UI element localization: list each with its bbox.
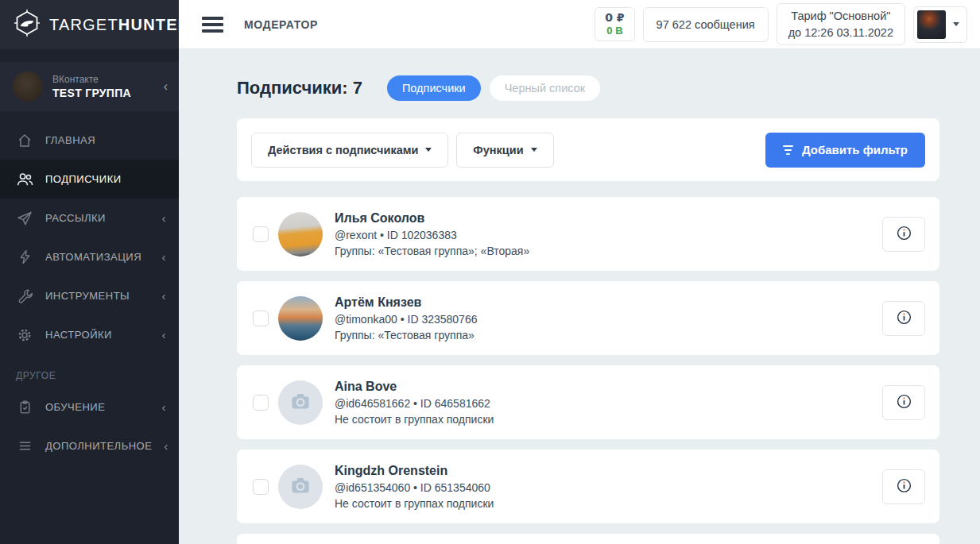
subscriber-avatar[interactable] bbox=[278, 380, 323, 425]
sidebar-item-tools[interactable]: ИНСТРУМЕНТЫ ‹ bbox=[0, 276, 179, 315]
chevron-left-icon: ‹ bbox=[162, 329, 167, 341]
tab-blacklist[interactable]: Черный список bbox=[490, 75, 600, 101]
users-icon bbox=[16, 171, 33, 188]
sidebar-item-label: ОБУЧЕНИЕ bbox=[45, 401, 105, 413]
messages-counter: 97 622 сообщения bbox=[643, 7, 769, 42]
header-page-title: МОДЕРАТОР bbox=[244, 18, 318, 31]
info-icon bbox=[895, 476, 913, 497]
tariff-name: Тариф "Основной" bbox=[788, 8, 893, 24]
sidebar-item-mailings[interactable]: РАССЫЛКИ ‹ bbox=[0, 199, 179, 237]
subscriber-actions-dropdown[interactable]: Действия с подписчиками bbox=[251, 133, 448, 168]
sidebar-menu-other: ОБУЧЕНИЕ ‹ ДОПОЛНИТЕЛЬНОЕ ‹ bbox=[0, 388, 179, 465]
subscriber-groups: Не состоит в группах подписки bbox=[335, 413, 494, 426]
row-checkbox[interactable] bbox=[253, 311, 269, 326]
chevron-left-icon: ‹ bbox=[162, 401, 167, 413]
row-checkbox[interactable] bbox=[253, 479, 269, 495]
subscriber-info-button[interactable] bbox=[882, 385, 925, 420]
user-menu-dropdown[interactable] bbox=[913, 6, 967, 43]
page-title: Подписчики: 7 bbox=[237, 78, 362, 98]
tariff-box: Тариф "Основной" до 12:26 03.11.2022 bbox=[777, 3, 905, 45]
subscribers-page: Подписчики: 7 Подписчики Черный список Д… bbox=[179, 49, 980, 544]
sidebar-item-label: ГЛАВНАЯ bbox=[45, 134, 95, 146]
group-avatar bbox=[13, 71, 43, 102]
list-icon bbox=[16, 438, 33, 455]
brand-name: TARGETHUNTER bbox=[49, 16, 190, 34]
sidebar-item-additional[interactable]: ДОПОЛНИТЕЛЬНОЕ ‹ bbox=[0, 426, 179, 465]
balance-box: 0 ₽ 0 В bbox=[595, 7, 634, 42]
subscriber-handle: @timonka00 • ID 323580766 bbox=[335, 313, 477, 326]
group-network-label: ВКонтакте bbox=[52, 74, 131, 85]
tab-subscribers[interactable]: Подписчики bbox=[387, 75, 481, 101]
group-name-label: TEST ГРУППА bbox=[52, 87, 131, 99]
subscriber-avatar[interactable] bbox=[278, 465, 323, 509]
subscriber-name[interactable]: Артём Князев bbox=[335, 295, 477, 310]
subscriber-handle: @id651354060 • ID 651354060 bbox=[335, 481, 494, 494]
chevron-left-icon: ‹ bbox=[162, 251, 167, 263]
sidebar-item-label: РАССЫЛКИ bbox=[45, 212, 106, 224]
subscriber-row: Aina Bove @id646581662 • ID 646581662 Не… bbox=[237, 365, 939, 439]
filter-icon bbox=[783, 145, 793, 155]
sidebar-item-subscribers[interactable]: ПОДПИСЧИКИ bbox=[0, 160, 179, 199]
menu-toggle-icon[interactable] bbox=[202, 17, 223, 33]
functions-dropdown[interactable]: Функции bbox=[456, 133, 553, 168]
subscriber-groups: Не состоит в группах подписки bbox=[335, 497, 494, 510]
chevron-left-icon: ‹ bbox=[164, 440, 168, 452]
subscriber-handle: @rexont • ID 102036383 bbox=[335, 229, 529, 241]
info-icon bbox=[895, 392, 913, 413]
sidebar: TARGETHUNTER ВКонтакте TEST ГРУППА ‹ ГЛА… bbox=[0, 0, 179, 544]
sidebar-item-education[interactable]: ОБУЧЕНИЕ ‹ bbox=[0, 388, 179, 426]
sidebar-item-settings[interactable]: НАСТРОЙКИ ‹ bbox=[0, 315, 179, 354]
subscriber-avatar[interactable] bbox=[278, 296, 323, 341]
sidebar-item-main[interactable]: ГЛАВНАЯ bbox=[0, 121, 179, 160]
chevron-down-icon bbox=[953, 22, 959, 26]
sidebar-item-label: НАСТРОЙКИ bbox=[45, 329, 112, 341]
subscriber-avatar[interactable] bbox=[278, 212, 323, 257]
sidebar-item-label: ИНСТРУМЕНТЫ bbox=[45, 290, 130, 302]
subscriber-info-button[interactable] bbox=[882, 469, 925, 504]
subscriber-row bbox=[237, 534, 939, 544]
sidebar-item-label: АВТОМАТИЗАЦИЯ bbox=[45, 251, 141, 263]
balance-rub: 0 ₽ bbox=[605, 11, 624, 25]
app-window: TARGETHUNTER ВКонтакте TEST ГРУППА ‹ ГЛА… bbox=[0, 0, 980, 544]
list-tabs: Подписчики Черный список bbox=[387, 75, 600, 101]
subscriber-name[interactable]: Kingdzh Orenstein bbox=[335, 464, 494, 478]
lightning-icon bbox=[16, 249, 33, 266]
wrench-icon bbox=[16, 287, 33, 305]
top-header: МОДЕРАТОР 0 ₽ 0 В 97 622 сообщения Тариф… bbox=[179, 0, 980, 49]
chevron-left-icon: ‹ bbox=[164, 80, 168, 93]
user-avatar bbox=[917, 10, 946, 39]
subscriber-row: Илья Соколов @rexont • ID 102036383 Груп… bbox=[237, 197, 939, 271]
subscriber-handle: @id646581662 • ID 646581662 bbox=[335, 397, 494, 410]
sidebar-menu: ГЛАВНАЯ ПОДПИСЧИКИ bbox=[0, 121, 179, 354]
sidebar-section-other: ДРУГОЕ bbox=[16, 370, 179, 381]
subscriber-name[interactable]: Илья Соколов bbox=[335, 211, 529, 226]
chevron-down-icon bbox=[531, 148, 537, 152]
subscriber-info-button[interactable] bbox=[882, 301, 925, 336]
subscriber-info-button[interactable] bbox=[882, 217, 925, 252]
subscriber-groups: Группы: «Тестовая группа»; «Вторая» bbox=[335, 245, 529, 257]
subscriber-row: Kingdzh Orenstein @id651354060 • ID 6513… bbox=[237, 449, 939, 523]
info-icon bbox=[895, 308, 913, 329]
gear-icon bbox=[16, 326, 33, 344]
subscriber-groups: Группы: «Тестовая группа» bbox=[335, 329, 477, 341]
add-filter-button[interactable]: Добавить фильтр bbox=[765, 133, 925, 168]
sidebar-item-label: ДОПОЛНИТЕЛЬНОЕ bbox=[45, 440, 152, 452]
chevron-left-icon: ‹ bbox=[162, 290, 167, 302]
balance-bonus: 0 В bbox=[605, 25, 624, 37]
subscriber-name[interactable]: Aina Bove bbox=[335, 380, 494, 394]
send-icon bbox=[16, 210, 33, 227]
clipboard-icon bbox=[16, 399, 33, 416]
info-icon bbox=[895, 224, 913, 245]
toolbar-card: Действия с подписчиками Функции Добавить… bbox=[237, 118, 939, 181]
tariff-expiry: до 12:26 03.11.2022 bbox=[788, 25, 893, 41]
sidebar-item-automation[interactable]: АВТОМАТИЗАЦИЯ ‹ bbox=[0, 237, 179, 276]
chevron-left-icon: ‹ bbox=[162, 212, 167, 224]
targethunter-logo-icon bbox=[13, 9, 41, 41]
sidebar-item-label: ПОДПИСЧИКИ bbox=[45, 173, 122, 185]
chevron-down-icon bbox=[425, 148, 432, 152]
subscriber-row: Артём Князев @timonka00 • ID 323580766 Г… bbox=[237, 281, 939, 355]
current-group-switcher[interactable]: ВКонтакте TEST ГРУППА ‹ bbox=[0, 62, 179, 111]
brand-logo[interactable]: TARGETHUNTER bbox=[0, 0, 179, 49]
row-checkbox[interactable] bbox=[253, 226, 269, 242]
row-checkbox[interactable] bbox=[253, 395, 269, 411]
